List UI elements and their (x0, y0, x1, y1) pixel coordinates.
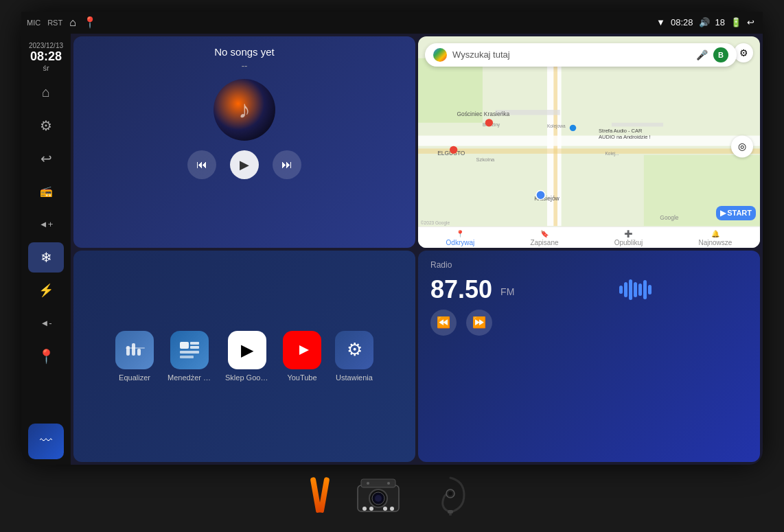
map-panel[interactable]: Gościniec Krasieńka ELGUSTO Strefa Audio… (418, 36, 760, 248)
sidebar-day: śr (29, 64, 63, 72)
map-settings-button[interactable]: ⚙ (734, 43, 753, 62)
saved-icon: 🔖 (540, 230, 549, 238)
earphones-svg (430, 474, 471, 516)
sidebar: 2023/12/13 08:28 śr ⌂ ⚙ ↩ 📻 ◄+ ❄ ⚡ ◄- 📍 … (21, 34, 71, 465)
svg-rect-30 (190, 346, 199, 349)
sidebar-item-bt[interactable]: ⚡ (28, 275, 64, 305)
map-bottom-nav: 📍 Odkrywaj 🔖 Zapisane ➕ Opublikuj 🔔 (418, 227, 760, 248)
play-store-icon: ▶ (228, 331, 266, 369)
svg-rect-29 (190, 342, 199, 345)
svg-rect-4 (418, 148, 760, 154)
prev-button[interactable]: ⏮ (187, 150, 216, 179)
sidebar-time: 2023/12/13 08:28 śr (27, 39, 65, 75)
pry-tool-2 (319, 476, 330, 513)
radio-frequency: 87.50 (430, 275, 492, 304)
sidebar-clock: 08:28 (29, 49, 63, 64)
map-mic-icon[interactable]: 🎤 (696, 49, 708, 60)
settings-label: Ustawienia (336, 373, 373, 382)
map-compass[interactable]: ◎ (731, 135, 753, 157)
sidebar-item-vol-up[interactable]: ◄+ (28, 209, 64, 240)
svg-point-20 (485, 119, 493, 126)
svg-rect-31 (180, 351, 199, 354)
settings-icon: ⚙ (335, 331, 373, 369)
radio-label: Radio (430, 260, 748, 270)
equalizer-icon (115, 331, 154, 369)
google-maps-icon (433, 48, 447, 62)
svg-rect-28 (180, 342, 189, 349)
sidebar-item-home[interactable]: ⌂ (28, 78, 64, 108)
volume-icon: 🔊 (699, 17, 710, 27)
app-equalizer[interactable]: Equalizer (115, 331, 154, 382)
sidebar-audio-widget[interactable]: 〰 (28, 424, 64, 459)
svg-point-41 (383, 507, 387, 511)
sidebar-item-climate[interactable]: ❄ (28, 242, 64, 273)
battery-icon: 🔋 (730, 17, 741, 27)
map-nav-saved[interactable]: 🔖 Zapisane (530, 230, 558, 246)
svg-rect-3 (418, 135, 760, 146)
back-icon[interactable]: ↩ (747, 17, 754, 27)
svg-point-47 (448, 491, 452, 496)
svg-point-38 (375, 495, 382, 502)
map-nav-discover[interactable]: 📍 Odkrywaj (446, 230, 475, 246)
app-youtube[interactable]: YouTube (283, 331, 321, 382)
sidebar-item-radio[interactable]: 📻 (28, 176, 64, 207)
svg-point-44 (367, 482, 369, 485)
music-controls: ⏮ ▶ ⏭ (187, 150, 301, 179)
mic-label: MIC (27, 19, 41, 27)
svg-text:Kolej...: Kolej... (605, 150, 619, 156)
radio-wave-visual (522, 279, 748, 300)
status-bar: MIC RST ⌂ 📍 ▼ 08:28 🔊 18 🔋 ↩ (21, 12, 763, 34)
volume-level: 18 (715, 17, 725, 27)
radio-freq-row: 87.50 FM (430, 275, 748, 304)
map-avatar: B (713, 47, 728, 62)
pry-tools (313, 477, 327, 513)
pry-tools-item (313, 477, 327, 513)
maps-icon: 📍 (83, 16, 97, 29)
svg-text:AUDIO na Androidzie !: AUDIO na Androidzie ! (599, 134, 650, 140)
app-play-store[interactable]: ▶ Sklep Googl... (225, 331, 269, 382)
radio-panel: Radio 87.50 FM (418, 251, 760, 462)
svg-point-21 (450, 146, 457, 153)
play-button[interactable]: ▶ (230, 150, 259, 179)
next-button[interactable]: ⏭ (273, 150, 301, 179)
song-title: No songs yet (214, 46, 275, 58)
map-start-button[interactable]: ▶ START (716, 206, 756, 220)
radio-controls: ⏪ ⏩ (430, 310, 748, 336)
svg-text:Google: Google (660, 213, 679, 220)
sidebar-item-location[interactable]: 📍 (28, 341, 64, 371)
app-settings[interactable]: ⚙ Ustawienia (335, 331, 373, 382)
radio-forward-button[interactable]: ⏩ (466, 310, 492, 336)
map-nav-updates[interactable]: 🔔 Najnowsze (698, 230, 732, 246)
rst-label: RST (47, 19, 62, 27)
youtube-icon (283, 331, 321, 369)
svg-rect-48 (448, 510, 453, 513)
svg-point-42 (390, 507, 394, 511)
radio-band: FM (500, 286, 514, 297)
album-art (214, 79, 275, 141)
play-store-label: Sklep Googl... (225, 373, 269, 382)
svg-rect-43 (361, 479, 395, 487)
car-stereo-device: MIC RST ⌂ 📍 ▼ 08:28 🔊 18 🔋 ↩ 2023/12/13 … (21, 12, 763, 465)
svg-rect-26 (137, 349, 141, 356)
map-search-text: Wyszukaj tutaj (452, 49, 691, 60)
sidebar-item-vol-down[interactable]: ◄- (28, 308, 64, 338)
app-manager[interactable]: Menedżer P... (168, 331, 211, 382)
home-icon: ⌂ (69, 16, 76, 29)
svg-point-22 (570, 124, 576, 130)
svg-text:Strefa Audio - CAR: Strefa Audio - CAR (599, 127, 643, 133)
youtube-label: YouTube (287, 373, 316, 382)
earphones-item (430, 474, 471, 516)
svg-point-39 (362, 507, 367, 511)
content-area: No songs yet -- ⏮ ▶ ⏭ (71, 34, 763, 465)
apps-grid: Equalizer (115, 331, 373, 382)
sidebar-item-settings[interactable]: ⚙ (28, 111, 64, 141)
svg-rect-25 (132, 343, 135, 356)
map-nav-contribute[interactable]: ➕ Opublikuj (614, 230, 643, 246)
sidebar-item-back[interactable]: ↩ (28, 143, 64, 174)
radio-rewind-button[interactable]: ⏪ (430, 310, 457, 336)
song-subtitle: -- (242, 60, 248, 71)
map-search-bar[interactable]: Wyszukaj tutaj 🎤 B (425, 43, 737, 67)
svg-rect-6 (612, 122, 663, 126)
svg-text:Gościniec Krasieńka: Gościniec Krasieńka (457, 111, 509, 117)
camera-item (354, 476, 402, 514)
